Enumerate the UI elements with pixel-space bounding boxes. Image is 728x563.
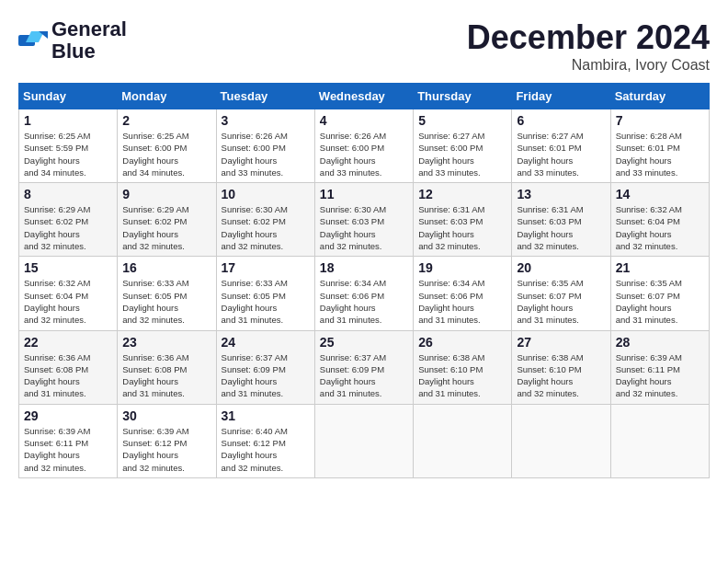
weekday-friday: Friday [512,84,610,109]
day-info: Sunrise: 6:36 AMSunset: 6:08 PMDaylight … [122,351,210,400]
calendar-cell: 3Sunrise: 6:26 AMSunset: 6:00 PMDaylight… [216,109,314,183]
day-number: 15 [24,260,112,275]
day-info: Sunrise: 6:36 AMSunset: 6:08 PMDaylight … [24,351,112,400]
weekday-monday: Monday [118,84,216,109]
day-info: Sunrise: 6:37 AMSunset: 6:09 PMDaylight … [320,351,408,400]
day-number: 16 [122,260,210,275]
calendar-cell: 17Sunrise: 6:33 AMSunset: 6:05 PMDayligh… [216,257,314,330]
day-number: 14 [616,187,704,201]
calendar-cell: 23Sunrise: 6:36 AMSunset: 6:08 PMDayligh… [118,330,216,404]
calendar-cell: 4Sunrise: 6:26 AMSunset: 6:00 PMDaylight… [314,109,413,183]
calendar-week-4: 22Sunrise: 6:36 AMSunset: 6:08 PMDayligh… [19,330,710,404]
day-number: 31 [222,408,310,423]
day-info: Sunrise: 6:27 AMSunset: 6:01 PMDaylight … [517,130,605,178]
day-info: Sunrise: 6:29 AMSunset: 6:02 PMDaylight … [122,203,210,252]
calendar-week-1: 1Sunrise: 6:25 AMSunset: 5:59 PMDaylight… [19,109,710,183]
day-number: 26 [418,335,506,350]
day-info: Sunrise: 6:37 AMSunset: 6:09 PMDaylight … [222,351,310,400]
calendar-cell [610,404,709,477]
calendar-cell: 14Sunrise: 6:32 AMSunset: 6:04 PMDayligh… [610,183,709,257]
day-number: 9 [122,187,210,201]
day-info: Sunrise: 6:30 AMSunset: 6:02 PMDaylight … [222,203,310,252]
calendar-cell: 15Sunrise: 6:32 AMSunset: 6:04 PMDayligh… [19,257,118,330]
weekday-header-row: SundayMondayTuesdayWednesdayThursdayFrid… [19,84,710,109]
weekday-wednesday: Wednesday [314,84,413,109]
day-info: Sunrise: 6:33 AMSunset: 6:05 PMDaylight … [222,277,310,326]
day-number: 7 [616,113,704,128]
day-number: 21 [616,260,704,275]
day-info: Sunrise: 6:35 AMSunset: 6:07 PMDaylight … [616,277,704,326]
day-number: 5 [418,113,506,128]
day-info: Sunrise: 6:34 AMSunset: 6:06 PMDaylight … [320,277,408,326]
day-info: Sunrise: 6:31 AMSunset: 6:03 PMDaylight … [418,203,506,252]
weekday-saturday: Saturday [610,84,709,109]
day-number: 1 [24,113,112,128]
day-number: 12 [418,187,506,201]
calendar-week-3: 15Sunrise: 6:32 AMSunset: 6:04 PMDayligh… [19,257,710,330]
day-info: Sunrise: 6:30 AMSunset: 6:03 PMDaylight … [320,203,408,252]
day-number: 30 [122,408,210,423]
day-number: 19 [418,260,506,275]
calendar-cell: 12Sunrise: 6:31 AMSunset: 6:03 PMDayligh… [414,183,512,257]
calendar-cell: 18Sunrise: 6:34 AMSunset: 6:06 PMDayligh… [314,257,413,330]
day-number: 17 [222,260,310,275]
day-number: 3 [222,113,310,128]
day-info: Sunrise: 6:27 AMSunset: 6:00 PMDaylight … [418,130,506,178]
day-info: Sunrise: 6:35 AMSunset: 6:07 PMDaylight … [517,277,605,326]
calendar-cell [314,404,413,477]
calendar-cell: 29Sunrise: 6:39 AMSunset: 6:11 PMDayligh… [19,404,118,477]
month-title: December 2024 [467,18,710,57]
day-number: 13 [517,187,605,201]
day-number: 27 [517,335,605,350]
day-info: Sunrise: 6:25 AMSunset: 6:00 PMDaylight … [122,130,210,178]
day-number: 6 [517,113,605,128]
day-info: Sunrise: 6:39 AMSunset: 6:12 PMDaylight … [122,425,210,474]
weekday-sunday: Sunday [19,84,118,109]
calendar-cell [414,404,512,477]
day-number: 11 [320,187,408,201]
calendar-cell: 13Sunrise: 6:31 AMSunset: 6:03 PMDayligh… [512,183,610,257]
day-number: 24 [222,335,310,350]
calendar-cell: 10Sunrise: 6:30 AMSunset: 6:02 PMDayligh… [216,183,314,257]
day-number: 22 [24,335,112,350]
day-info: Sunrise: 6:26 AMSunset: 6:00 PMDaylight … [320,130,408,178]
logo: General Blue [18,18,127,63]
calendar-cell: 11Sunrise: 6:30 AMSunset: 6:03 PMDayligh… [314,183,413,257]
calendar-cell: 16Sunrise: 6:33 AMSunset: 6:05 PMDayligh… [118,257,216,330]
calendar-cell: 26Sunrise: 6:38 AMSunset: 6:10 PMDayligh… [414,330,512,404]
day-number: 8 [24,187,112,201]
logo-blue: Blue [51,40,96,63]
day-info: Sunrise: 6:28 AMSunset: 6:01 PMDaylight … [616,130,704,178]
day-info: Sunrise: 6:26 AMSunset: 6:00 PMDaylight … [222,130,310,178]
day-info: Sunrise: 6:32 AMSunset: 6:04 PMDaylight … [616,203,704,252]
logo-general: General [51,17,127,40]
day-number: 23 [122,335,210,350]
day-info: Sunrise: 6:25 AMSunset: 5:59 PMDaylight … [24,130,112,178]
day-number: 28 [616,335,704,350]
day-info: Sunrise: 6:38 AMSunset: 6:10 PMDaylight … [418,351,506,400]
day-info: Sunrise: 6:29 AMSunset: 6:02 PMDaylight … [24,203,112,252]
weekday-tuesday: Tuesday [216,84,314,109]
calendar-week-2: 8Sunrise: 6:29 AMSunset: 6:02 PMDaylight… [19,183,710,257]
calendar-cell: 8Sunrise: 6:29 AMSunset: 6:02 PMDaylight… [19,183,118,257]
calendar-cell: 27Sunrise: 6:38 AMSunset: 6:10 PMDayligh… [512,330,610,404]
calendar-cell: 2Sunrise: 6:25 AMSunset: 6:00 PMDaylight… [118,109,216,183]
logo-icon [18,28,48,53]
day-number: 29 [24,408,112,423]
day-info: Sunrise: 6:31 AMSunset: 6:03 PMDaylight … [517,203,605,252]
calendar-cell: 28Sunrise: 6:39 AMSunset: 6:11 PMDayligh… [610,330,709,404]
day-info: Sunrise: 6:39 AMSunset: 6:11 PMDaylight … [24,425,112,474]
day-info: Sunrise: 6:33 AMSunset: 6:05 PMDaylight … [122,277,210,326]
page-header: General Blue December 2024 Nambira, Ivor… [18,18,710,74]
calendar-cell: 6Sunrise: 6:27 AMSunset: 6:01 PMDaylight… [512,109,610,183]
day-number: 25 [320,335,408,350]
calendar-cell: 9Sunrise: 6:29 AMSunset: 6:02 PMDaylight… [118,183,216,257]
calendar-cell: 24Sunrise: 6:37 AMSunset: 6:09 PMDayligh… [216,330,314,404]
calendar-cell: 20Sunrise: 6:35 AMSunset: 6:07 PMDayligh… [512,257,610,330]
calendar-cell: 1Sunrise: 6:25 AMSunset: 5:59 PMDaylight… [19,109,118,183]
location-title: Nambira, Ivory Coast [467,57,710,74]
calendar-week-5: 29Sunrise: 6:39 AMSunset: 6:11 PMDayligh… [19,404,710,477]
calendar-cell: 5Sunrise: 6:27 AMSunset: 6:00 PMDaylight… [414,109,512,183]
title-block: December 2024 Nambira, Ivory Coast [467,18,710,74]
calendar-cell: 19Sunrise: 6:34 AMSunset: 6:06 PMDayligh… [414,257,512,330]
